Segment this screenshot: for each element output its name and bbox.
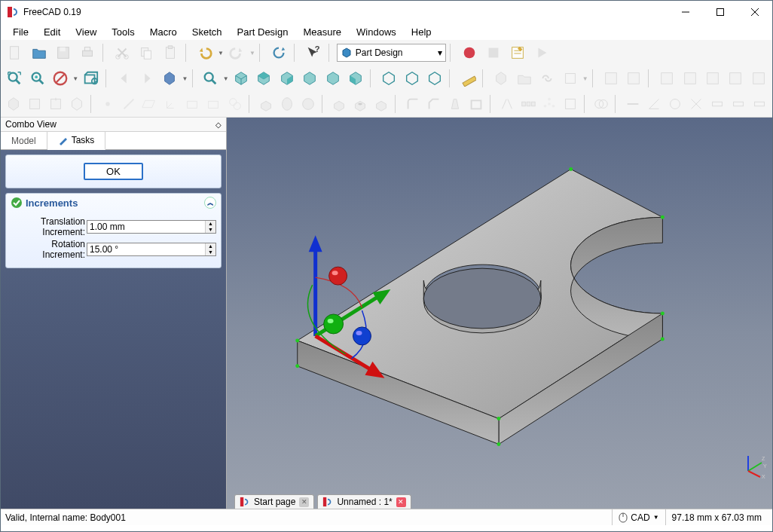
datum-cs-button[interactable] (161, 93, 181, 115)
save-button[interactable] (52, 41, 75, 64)
redo-button[interactable] (225, 41, 248, 64)
refresh-button[interactable] (267, 41, 290, 64)
maximize-button[interactable] (703, 1, 738, 23)
close-button[interactable] (738, 1, 772, 23)
nav-forward-button[interactable] (136, 67, 157, 90)
measure-clear-button[interactable] (686, 93, 706, 115)
datum-point-button[interactable] (98, 93, 118, 115)
fit-selection-button[interactable] (26, 67, 47, 90)
copy-button[interactable] (135, 41, 157, 64)
undo-button[interactable] (194, 41, 216, 64)
chamfer-button[interactable] (424, 93, 444, 115)
menu-part-design[interactable]: Part Design (230, 25, 296, 39)
clone-button[interactable] (225, 93, 245, 115)
dock-icon[interactable]: ◇ (215, 121, 222, 129)
measure-angular-button[interactable] (644, 93, 664, 115)
sketch-merge-button[interactable] (725, 67, 746, 90)
menu-windows[interactable]: Windows (349, 25, 404, 39)
measure-linear-button[interactable] (623, 93, 643, 115)
measure-toggle3d-button[interactable] (729, 93, 748, 115)
view-front-button[interactable] (231, 67, 252, 90)
doc-tab-unnamed[interactable]: Unnamed : 1* ✕ (317, 494, 411, 509)
bounding-box-button[interactable] (80, 67, 101, 90)
menu-macro[interactable]: Macro (142, 25, 185, 39)
print-button[interactable] (76, 41, 99, 64)
close-tab-icon[interactable]: ✕ (299, 497, 309, 507)
axis-gizmo-icon[interactable]: Z Y X (741, 451, 768, 478)
pad-button[interactable] (256, 93, 276, 115)
macro-stop-button[interactable] (482, 41, 505, 64)
group-button[interactable] (513, 67, 534, 90)
sketch-edit-button[interactable] (623, 67, 644, 90)
pocket-button[interactable] (329, 93, 349, 115)
link-actions-button[interactable] (559, 67, 580, 90)
measure-toggle-delta-button[interactable] (750, 93, 769, 115)
menu-measure[interactable]: Measure (295, 25, 349, 39)
linear-pattern-button[interactable] (518, 93, 538, 115)
new-button[interactable] (4, 41, 26, 64)
mirror-button[interactable] (497, 93, 517, 115)
menu-edit[interactable]: Edit (36, 25, 68, 39)
nav-back-button[interactable] (113, 67, 134, 90)
tab-tasks[interactable]: Tasks (47, 132, 106, 150)
fit-all-button[interactable] (4, 67, 25, 90)
doc-tab-start[interactable]: Start page ✕ (234, 494, 314, 509)
macro-record-button[interactable] (458, 41, 481, 64)
menu-help[interactable]: Help (404, 25, 439, 39)
measure-refresh-button[interactable] (665, 93, 685, 115)
tab-model[interactable]: Model (1, 132, 47, 149)
view-dimetric-button[interactable] (401, 67, 422, 90)
view-left-button[interactable] (345, 67, 366, 90)
view-trimetric-button[interactable] (424, 67, 445, 90)
spin-up-icon[interactable]: ▲ (206, 243, 215, 249)
minimize-button[interactable] (668, 1, 703, 23)
edit-sketch-button[interactable] (46, 93, 66, 115)
sketch-mirror-button[interactable] (748, 67, 769, 90)
3d-viewport[interactable]: Z Y X Start page ✕ Unnamed : 1* ✕ (227, 118, 772, 509)
polar-pattern-button[interactable] (539, 93, 559, 115)
open-button[interactable] (28, 41, 50, 64)
paste-button[interactable] (159, 41, 182, 64)
draw-style-button[interactable] (50, 67, 71, 90)
part-button[interactable] (490, 67, 512, 90)
view-iso2-button[interactable] (378, 67, 399, 90)
measure-toggle-button[interactable] (707, 93, 727, 115)
fillet-button[interactable] (403, 93, 423, 115)
map-sketch-button[interactable] (67, 93, 87, 115)
datum-line-button[interactable] (119, 93, 139, 115)
isometric-button[interactable] (200, 67, 221, 90)
sketch-validate-button[interactable] (702, 67, 723, 90)
body-button[interactable] (4, 93, 23, 115)
spin-down-icon[interactable]: ▼ (206, 249, 215, 255)
datum-plane-button[interactable] (140, 93, 160, 115)
nav-style-selector[interactable]: CAD ▼ (612, 509, 665, 525)
revolution-button[interactable] (277, 93, 297, 115)
hole-button[interactable] (350, 93, 370, 115)
view-right-button[interactable] (276, 67, 297, 90)
boolean-button[interactable] (591, 93, 611, 115)
menu-tools[interactable]: Tools (104, 25, 142, 39)
link-nav-button[interactable] (159, 67, 180, 90)
close-tab-icon[interactable]: ✕ (396, 497, 406, 507)
spin-up-icon[interactable]: ▲ (206, 221, 215, 227)
view-rear-button[interactable] (299, 67, 320, 90)
ok-button[interactable]: OK (84, 163, 143, 180)
macro-play-button[interactable] (530, 41, 553, 64)
draft-button[interactable] (445, 93, 465, 115)
groove-button[interactable] (371, 93, 391, 115)
translation-increment-input[interactable]: ▲▼ (87, 220, 216, 234)
shapebinder-button[interactable] (182, 93, 202, 115)
link-make-button[interactable] (536, 67, 558, 90)
rotation-increment-input[interactable]: ▲▼ (87, 243, 216, 256)
subshapebinder-button[interactable] (203, 93, 223, 115)
spin-down-icon[interactable]: ▼ (206, 227, 215, 233)
new-sketch-button[interactable] (25, 93, 44, 115)
macro-list-button[interactable] (506, 41, 529, 64)
workbench-selector[interactable]: Part Design ▾ (337, 44, 446, 62)
whats-this-button[interactable]: ? (302, 41, 325, 64)
thickness-button[interactable] (466, 93, 486, 115)
menu-view[interactable]: View (68, 25, 104, 39)
measure-button[interactable] (457, 67, 478, 90)
sketch-reorient-button[interactable] (679, 67, 700, 90)
loft-button[interactable] (298, 93, 318, 115)
